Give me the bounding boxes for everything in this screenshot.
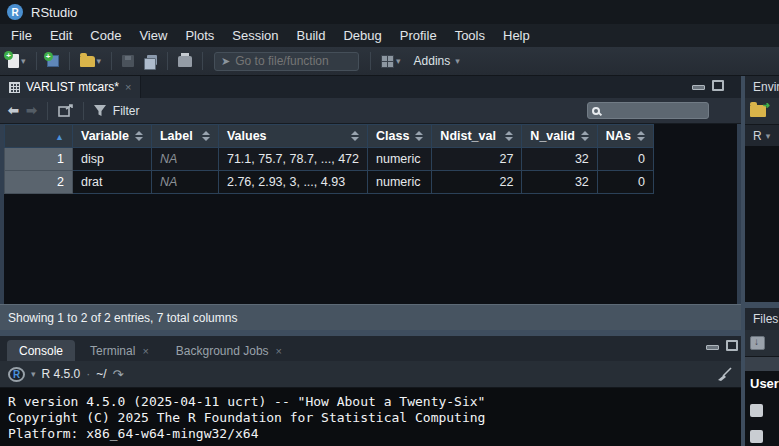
menu-debug[interactable]: Debug (334, 24, 390, 47)
tab-environment[interactable]: Environment (753, 80, 779, 94)
environment-selector[interactable]: R ▾ (745, 125, 779, 146)
menu-tools[interactable]: Tools (446, 24, 494, 47)
minimize-pane-icon[interactable] (706, 345, 719, 350)
file-checkbox[interactable] (750, 404, 763, 417)
close-icon[interactable]: × (276, 345, 282, 357)
save-all-button[interactable] (141, 53, 160, 70)
col-header-variable[interactable]: Variable (73, 125, 152, 148)
col-header-ndist-val[interactable]: Ndist_val (432, 125, 522, 148)
cell-values: 71.1, 75.7, 78.7, ..., 472 (218, 148, 367, 171)
left-column: VARLIST mtcars* × ⬅ ⬅ (0, 76, 741, 446)
env-selector-label: R (753, 129, 762, 143)
menu-file[interactable]: File (2, 24, 41, 47)
col-header-label[interactable]: Label (151, 125, 218, 148)
cell-ndist-val: 22 (432, 171, 522, 194)
toolbar-separator (83, 102, 84, 120)
cell-variable: drat (73, 171, 152, 194)
goto-directory-icon[interactable]: ↷ (113, 367, 124, 382)
new-blank-file-icon[interactable] (750, 336, 765, 350)
load-workspace-icon[interactable] (750, 105, 766, 117)
toolbar-separator (202, 52, 203, 70)
col-label: Values (227, 129, 267, 143)
tab-console[interactable]: Console (7, 340, 75, 361)
open-folder-icon (80, 56, 95, 67)
maximize-pane-icon[interactable] (726, 340, 738, 351)
cell-label: NA (151, 148, 218, 171)
sort-arrows-icon (202, 131, 210, 141)
right-column: Environment R ▾ Files Users (745, 76, 779, 446)
console-line: Platform: x86_64-w64-mingw32/x64 (8, 426, 733, 442)
col-label: Ndist_val (440, 129, 496, 143)
save-button[interactable] (119, 53, 137, 69)
sorted-ascending-icon: ▲ (55, 132, 64, 142)
cell-n-valid: 32 (522, 171, 597, 194)
menu-session[interactable]: Session (223, 24, 287, 47)
file-checkbox[interactable] (750, 430, 763, 443)
console-output[interactable]: R version 4.5.0 (2025-04-11 ucrt) -- "Ho… (0, 388, 741, 446)
col-header-values[interactable]: Values (218, 125, 367, 148)
goto-file-search[interactable]: ➤ (214, 52, 359, 71)
row-index-header[interactable]: ▲ (5, 125, 73, 148)
files-tabstrip: Files (745, 308, 779, 330)
working-directory[interactable]: ~/ (96, 367, 106, 381)
tab-varlist-mtcars[interactable]: VARLIST mtcars* × (0, 76, 141, 98)
back-arrow-icon[interactable]: ⬅ (8, 103, 19, 118)
popout-window-icon[interactable] (58, 104, 73, 117)
new-project-button[interactable]: + (44, 53, 62, 69)
menu-code[interactable]: Code (81, 24, 130, 47)
close-icon[interactable]: × (142, 345, 148, 357)
filter-funnel-icon (94, 105, 106, 117)
col-header-nas[interactable]: NAs (597, 125, 653, 148)
menu-edit[interactable]: Edit (41, 24, 81, 47)
tab-background-jobs[interactable]: Background Jobs × (164, 340, 294, 361)
col-header-class[interactable]: Class (368, 125, 432, 148)
table-search-input[interactable] (600, 104, 704, 118)
menu-view[interactable]: View (130, 24, 176, 47)
cell-class: numeric (368, 171, 432, 194)
r-version-icon: R (8, 367, 25, 382)
toolbar-separator (36, 52, 37, 70)
cell-nas: 0 (597, 148, 653, 171)
print-button[interactable] (175, 54, 195, 69)
chevron-down-icon[interactable]: ▾ (31, 369, 36, 379)
menu-build[interactable]: Build (288, 24, 335, 47)
environment-toolbar (745, 98, 779, 125)
close-icon[interactable]: × (125, 81, 131, 93)
tab-label: VARLIST mtcars* (26, 80, 119, 94)
table-status-bar: Showing 1 to 2 of 2 entries, 7 total col… (0, 304, 741, 330)
forward-arrow-icon[interactable]: ⬅ (26, 103, 37, 118)
cell-nas: 0 (597, 171, 653, 194)
goto-file-input[interactable] (235, 54, 352, 68)
pane-layout-button[interactable]: ▾ (378, 53, 404, 70)
menu-plots[interactable]: Plots (176, 24, 223, 47)
environment-list (745, 146, 779, 302)
goto-arrow-icon: ➤ (221, 55, 230, 68)
console-line: R version 4.5.0 (2025-04-11 ucrt) -- "Ho… (8, 394, 733, 410)
new-file-button[interactable]: + ▾ (5, 52, 29, 70)
clear-console-broom-icon[interactable] (717, 367, 733, 382)
open-file-button[interactable]: ▾ (77, 54, 105, 69)
col-header-n-valid[interactable]: N_valid (522, 125, 597, 148)
menu-help[interactable]: Help (494, 24, 539, 47)
cell-ndist-val: 27 (432, 148, 522, 171)
menu-profile[interactable]: Profile (391, 24, 446, 47)
tab-terminal[interactable]: Terminal × (78, 340, 161, 361)
data-table-area: ▲ Variable Label Values Class Ndist_val … (0, 124, 741, 304)
cell-label: NA (151, 171, 218, 194)
new-project-icon: + (47, 55, 59, 67)
table-search-box[interactable] (587, 102, 709, 119)
chevron-down-icon: ▾ (766, 131, 771, 141)
row-number: 2 (5, 171, 73, 194)
addins-button[interactable]: Addins ▾ (408, 52, 463, 70)
maximize-pane-icon[interactable] (712, 80, 724, 91)
cell-class: numeric (368, 148, 432, 171)
tab-label: Background Jobs (176, 344, 269, 358)
table-header-row: ▲ Variable Label Values Class Ndist_val … (5, 125, 654, 148)
minimize-pane-icon[interactable] (692, 85, 705, 90)
filter-button-label[interactable]: Filter (113, 104, 140, 118)
sort-arrows-icon (415, 131, 423, 141)
r-version-label: R 4.5.0 (42, 367, 81, 381)
files-toolbar (745, 330, 779, 357)
tab-files[interactable]: Files (753, 312, 778, 326)
status-text: Showing 1 to 2 of 2 entries, 7 total col… (8, 311, 237, 325)
